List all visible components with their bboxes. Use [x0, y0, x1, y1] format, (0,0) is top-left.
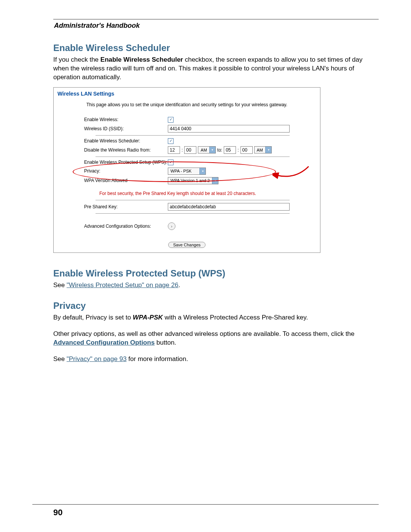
privacy-select[interactable]: WPA - PSK ▾	[168, 168, 206, 175]
row-enable-wireless: Enable Wireless: ✓	[69, 116, 305, 124]
form-area: Enable Wireless: ✓ Wireless ID (SSID): E…	[54, 116, 320, 248]
psk-input[interactable]	[168, 203, 290, 211]
text: with a Wireless Protected Access Pre-Sha…	[163, 314, 308, 321]
time-from-min-input[interactable]	[184, 146, 196, 154]
adv-config-link[interactable]: Advanced Configuration Options	[53, 339, 155, 346]
chevron-down-icon: ▾	[199, 168, 206, 174]
to-label: to:	[217, 147, 222, 153]
psk-warning: For best security, the Pre Shared Key le…	[69, 185, 305, 198]
row-psk: Pre Shared Key:	[69, 202, 305, 212]
ssid-input[interactable]	[168, 125, 290, 133]
chevron-down-icon: ▾	[212, 177, 218, 184]
privacy-page-link[interactable]: "Privacy" on page 93	[67, 355, 127, 363]
save-changes-button[interactable]: Save Changes	[168, 242, 206, 248]
save-row: Save Changes	[69, 242, 305, 248]
colon: :	[237, 147, 239, 153]
top-rule	[53, 19, 379, 19]
label: Enable Wireless Scheduler:	[69, 138, 168, 144]
row-advanced: Advanced Configuration Options: ›	[69, 221, 305, 231]
row-enable-scheduler: Enable Wireless Scheduler: ✓	[69, 137, 305, 145]
document-page: Administrator's Handbook Enable Wireless…	[0, 0, 411, 532]
wps-link[interactable]: "Wireless Protected Setup" on page 26	[67, 281, 178, 289]
label: Advanced Configuration Options:	[69, 224, 168, 229]
heading-wps: Enable Wireless Protected Setup (WPS)	[53, 268, 379, 279]
running-header: Administrator's Handbook	[54, 22, 379, 30]
row-disable-radio: Disable the Wireless Radio from: : AM ▾ …	[69, 145, 305, 155]
label: Wireless ID (SSID):	[69, 126, 168, 131]
privacy-p1: By default, Privacy is set to WPA-PSK wi…	[53, 313, 379, 322]
text: button.	[155, 339, 176, 346]
label: Enable Wireless:	[69, 117, 168, 122]
select-value: WPA - PSK	[168, 168, 199, 174]
label: Pre Shared Key:	[69, 204, 168, 209]
time-from-ampm-select[interactable]: AM ▾	[198, 146, 216, 153]
divider	[96, 213, 290, 214]
bold-text: Enable Wireless Scheduler	[100, 56, 183, 63]
enable-scheduler-checkbox[interactable]: ✓	[168, 138, 174, 144]
time-to-hour-input[interactable]	[224, 146, 236, 154]
arrow-right-icon: ›	[171, 224, 172, 228]
settings-panel: Wireless LAN Settings This page allows y…	[53, 87, 320, 253]
privacy-p3: See "Privacy" on page 93 for more inform…	[53, 355, 379, 364]
text: By default, Privacy is set to	[53, 314, 133, 321]
enable-wireless-checkbox[interactable]: ✓	[168, 117, 174, 123]
time-to-min-input[interactable]	[241, 146, 253, 154]
row-privacy: Privacy: WPA - PSK ▾	[69, 166, 305, 176]
row-ssid: Wireless ID (SSID):	[69, 124, 305, 134]
text: See	[53, 281, 67, 289]
time-to-ampm-select[interactable]: AM ▾	[254, 146, 272, 153]
panel-description: This page allows you to set the unique i…	[54, 99, 320, 116]
select-value: AM	[255, 147, 266, 153]
advanced-options-button[interactable]: ›	[168, 222, 175, 230]
label: Enable Wireless Protected Setup (WPS):	[69, 160, 168, 165]
text: for more information.	[127, 355, 188, 363]
text: If you check the	[53, 56, 100, 63]
label: Privacy:	[69, 168, 168, 174]
label: Disable the Wireless Radio from:	[69, 147, 168, 153]
wpa-version-select[interactable]: WPA Version 1 and 2 ▾	[168, 177, 218, 184]
page-footer: 90	[32, 504, 379, 518]
chevron-down-icon: ▾	[265, 147, 271, 153]
label: WPA Version Allowed	[69, 178, 168, 183]
select-value: AM	[198, 147, 209, 153]
footer-rule	[32, 504, 379, 505]
colon: :	[182, 147, 183, 153]
text: See	[53, 355, 67, 363]
text: .	[178, 281, 180, 289]
row-wpa-version: WPA Version Allowed WPA Version 1 and 2 …	[69, 176, 305, 185]
row-enable-wps: Enable Wireless Protected Setup (WPS): ✓	[69, 158, 305, 166]
text: Other privacy options, as well as other …	[53, 330, 355, 337]
divider	[96, 157, 290, 157]
wps-paragraph: See "Wireless Protected Setup" on page 2…	[53, 281, 379, 290]
chevron-down-icon: ▾	[209, 147, 215, 153]
divider	[96, 200, 290, 200]
privacy-p2: Other privacy options, as well as other …	[53, 330, 379, 347]
scheduler-paragraph: If you check the Enable Wireless Schedul…	[53, 56, 379, 82]
page-number: 90	[32, 508, 379, 518]
bold-italic-text: WPA-PSK	[133, 314, 163, 321]
enable-wps-checkbox[interactable]: ✓	[168, 160, 174, 165]
heading-privacy: Privacy	[53, 300, 379, 311]
panel-title: Wireless LAN Settings	[54, 88, 320, 99]
select-value: WPA Version 1 and 2	[168, 177, 212, 184]
time-from-hour-input[interactable]	[168, 146, 180, 154]
divider	[96, 135, 290, 136]
heading-scheduler: Enable Wireless Scheduler	[53, 43, 379, 53]
